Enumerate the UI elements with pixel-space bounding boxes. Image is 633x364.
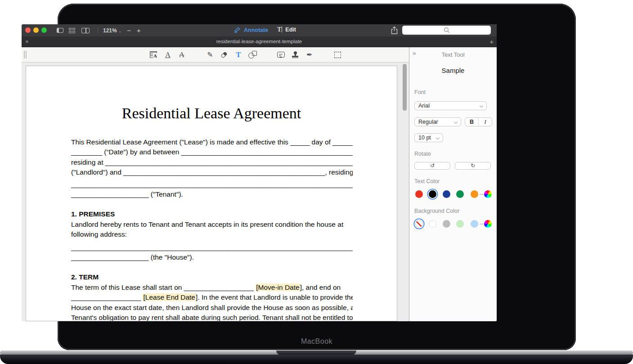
italic-button[interactable]: I <box>479 118 492 126</box>
pencil-icon: ✎ <box>207 50 213 59</box>
pdf-page: Residential Lease Agreement This Residen… <box>26 66 397 321</box>
minimize-window-button[interactable] <box>33 27 39 33</box>
title-bar: 121% ⌄ − + Annotate T Edit <box>22 24 497 36</box>
fountain-pen-icon: ✒ <box>306 50 312 59</box>
text-color-orange[interactable] <box>471 190 478 198</box>
document-text-line: ________ (“Date”) by and between _______… <box>71 147 353 157</box>
note-icon <box>277 52 285 58</box>
selection-box-icon <box>334 52 341 58</box>
tab-edit[interactable]: T Edit <box>277 26 296 33</box>
annotate-label: Annotate <box>244 27 268 33</box>
eraser-tool-button[interactable] <box>219 47 229 62</box>
document-text-line: __________________ [Lease End Date]. In … <box>71 292 353 302</box>
underline-icon: A <box>165 51 171 59</box>
document-text-line: The term of this Lease shall start on __… <box>71 283 353 292</box>
document-text-line: ____________________ ("Tenant"). <box>71 189 353 199</box>
eraser-icon <box>220 51 228 58</box>
edit-text-cursor-icon: T <box>277 26 282 33</box>
bg-color-gray[interactable] <box>443 220 450 228</box>
tab-annotate[interactable]: Annotate <box>233 27 268 33</box>
share-icon <box>391 26 398 35</box>
highlight-tool-button[interactable] <box>148 47 158 62</box>
document-text-line: Landlord hereby rents to Tenant and Tena… <box>71 220 353 229</box>
stamp-tool-button[interactable] <box>290 47 301 62</box>
font-family-select[interactable]: Arial <box>414 101 487 110</box>
document-text-line: House on the exact start date, then Land… <box>71 303 353 313</box>
document-text-line: This Residential Lease Agreement ("Lease… <box>71 137 353 147</box>
text-tool-icon: T <box>236 50 241 59</box>
bold-italic-group: B I <box>465 117 492 126</box>
zoom-level-dropdown[interactable]: 121% ⌄ <box>103 27 122 34</box>
document-text-line: Tenant's obligation to pay rent shall ab… <box>71 313 353 321</box>
document-heading-line: 1. PREMISES <box>71 209 353 219</box>
text-tool-button[interactable]: T <box>233 47 243 62</box>
document-title: Residential Lease Agreement <box>26 105 397 122</box>
stage: MacBook 121% ⌄ − + Annotate T Edit <box>0 0 633 364</box>
toolbar-divider <box>98 27 98 34</box>
text-color-black-selected[interactable] <box>429 190 436 198</box>
text-tool-sidebar: » Text Tool Sample Font Arial Regular B … <box>409 47 497 321</box>
shapes-icon <box>248 51 257 58</box>
search-icon <box>444 27 450 33</box>
text-color-blue[interactable] <box>443 190 450 198</box>
document-text-line: residing at ____________________________… <box>71 157 353 167</box>
document-text-line: ____________________ (the "House"). <box>71 252 353 262</box>
font-size-select[interactable]: 10 pt <box>414 133 443 142</box>
font-style-select[interactable]: Regular <box>414 117 461 126</box>
annotation-toolbar: A A ✎ T ✒ <box>22 47 409 63</box>
highlighted-field: [Lease End Date <box>143 293 195 301</box>
share-button[interactable] <box>391 26 398 35</box>
document-viewport: Residential Lease Agreement This Residen… <box>22 63 409 321</box>
rotate-ccw-icon: ↺ <box>430 162 435 169</box>
bg-color-blue[interactable] <box>471 220 478 228</box>
highlighted-field: [Move-in Date <box>256 283 300 291</box>
rotate-ccw-button[interactable]: ↺ <box>414 162 450 170</box>
vertical-scrollbar[interactable] <box>403 64 407 111</box>
panel-drag-handle[interactable] <box>24 51 27 58</box>
select-tool-button[interactable] <box>332 47 343 62</box>
bg-color-white[interactable] <box>429 220 436 228</box>
rotate-cw-button[interactable]: ↻ <box>455 162 491 170</box>
zoom-window-button[interactable] <box>41 27 47 33</box>
pencil-tool-button[interactable]: ✎ <box>205 47 215 62</box>
text-color-green[interactable] <box>456 190 464 198</box>
shapes-tool-button[interactable] <box>247 47 258 62</box>
highlight-icon <box>150 51 157 58</box>
note-tool-button[interactable] <box>275 47 286 62</box>
document-heading-line: 2. TERM <box>71 272 353 282</box>
underline-tool-button[interactable]: A <box>163 47 173 62</box>
zoom-out-button[interactable]: − <box>127 27 131 34</box>
stamp-icon <box>292 51 299 58</box>
rotate-cw-icon: ↻ <box>471 162 475 169</box>
annotate-pen-icon <box>233 27 241 33</box>
signature-tool-button[interactable]: ✒ <box>304 47 315 62</box>
sidebar-view-icon[interactable] <box>57 28 63 33</box>
document-tab-bar: × residential-lease-agreement-template + <box>22 36 497 47</box>
background-color-label: Background Color <box>414 208 459 214</box>
document-text-line: following address: <box>71 229 353 239</box>
strikethrough-tool-button[interactable]: A <box>177 47 187 62</box>
chevron-down-icon: ⌄ <box>118 29 122 33</box>
macbook-brand-label: MacBook <box>58 337 576 346</box>
strikethrough-icon: A <box>179 51 184 59</box>
bg-color-none-selected[interactable] <box>415 220 423 228</box>
text-color-custom[interactable] <box>484 190 492 198</box>
text-color-red[interactable] <box>415 190 423 198</box>
macbook-base <box>0 355 633 364</box>
font-label: Font <box>414 89 426 95</box>
close-window-button[interactable] <box>25 27 31 33</box>
document-text-line: ________________________________________… <box>71 243 353 252</box>
bg-color-custom[interactable] <box>484 220 492 228</box>
zoom-in-button[interactable]: + <box>137 27 141 34</box>
thumbnails-view-icon[interactable] <box>69 28 76 33</box>
edit-label: Edit <box>285 27 296 33</box>
facing-pages-view-icon[interactable] <box>81 28 90 33</box>
search-input[interactable] <box>402 26 491 35</box>
pdf-editor-window: 121% ⌄ − + Annotate T Edit <box>22 24 497 321</box>
bold-button[interactable]: B <box>465 118 479 126</box>
add-tab-icon[interactable]: + <box>489 38 494 45</box>
document-body: This Residential Lease Agreement ("Lease… <box>71 137 353 321</box>
bg-color-green[interactable] <box>456 220 464 228</box>
rotate-label: Rotate <box>414 151 431 157</box>
document-tab-title[interactable]: residential-lease-agreement-template <box>22 39 497 44</box>
